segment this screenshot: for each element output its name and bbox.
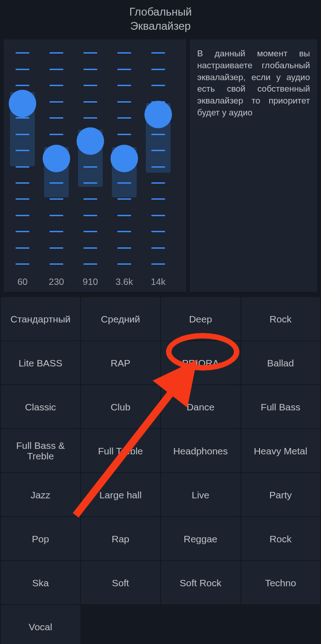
- preset-headphones[interactable]: Headphones: [161, 429, 240, 472]
- preset-rock[interactable]: Rock: [241, 517, 321, 560]
- slider-tick: [117, 85, 131, 86]
- slider-tick: [151, 182, 165, 184]
- slider-tick: [151, 263, 165, 265]
- slider-thumb[interactable]: [77, 127, 104, 155]
- preset-ska[interactable]: Ska: [1, 561, 80, 604]
- slider-tick: [151, 215, 165, 216]
- preset-lite-bass[interactable]: Lite BASS: [1, 341, 80, 384]
- slider-tick: [83, 263, 97, 265]
- slider-tick: [16, 215, 29, 216]
- slider-thumb[interactable]: [43, 145, 70, 172]
- eq-slider-910[interactable]: 910: [76, 49, 105, 287]
- slider-tick: [16, 52, 29, 54]
- preset-priora[interactable]: PRIORA: [161, 341, 240, 384]
- slider-tick: [117, 198, 131, 200]
- slider-tick: [83, 231, 97, 232]
- preset-large-hall[interactable]: Large hall: [81, 473, 160, 516]
- slider-tick: [117, 134, 131, 135]
- slider-tick: [16, 198, 29, 200]
- preset-party[interactable]: Party: [241, 473, 321, 516]
- slider-tick: [83, 69, 97, 70]
- slider-tick: [16, 85, 29, 86]
- slider-tick: [50, 263, 63, 265]
- eq-slider-230[interactable]: 230: [42, 49, 71, 287]
- equalizer-section: 602309103.6k14k В данный момент вы настр…: [0, 37, 321, 295]
- slider-tick: [151, 52, 165, 54]
- eq-slider-14k[interactable]: 14k: [144, 49, 172, 287]
- slider-label: 60: [17, 277, 28, 287]
- slider-track[interactable]: [42, 49, 71, 268]
- preset-soft-rock[interactable]: Soft Rock: [161, 561, 240, 604]
- slider-tick: [16, 247, 29, 249]
- preset-club[interactable]: Club: [81, 385, 160, 428]
- slider-tick: [83, 215, 97, 216]
- preset--[interactable]: Стандартный: [1, 297, 80, 340]
- slider-thumb[interactable]: [111, 145, 138, 172]
- slider-tick: [83, 52, 97, 54]
- slider-tick: [117, 215, 131, 216]
- eq-slider-3.6k[interactable]: 3.6k: [110, 49, 138, 287]
- slider-tick: [16, 263, 29, 265]
- preset-rap[interactable]: Rap: [81, 517, 160, 560]
- preset-full-bass[interactable]: Full Bass: [241, 385, 321, 428]
- slider-track[interactable]: [144, 49, 172, 268]
- title-line-1: Глобальный: [129, 5, 192, 18]
- slider-label: 910: [83, 277, 98, 287]
- slider-tick: [151, 231, 165, 232]
- slider-track[interactable]: [110, 49, 138, 268]
- preset-pop[interactable]: Pop: [1, 517, 80, 560]
- preset-reggae[interactable]: Reggae: [161, 517, 240, 560]
- preset-deep[interactable]: Deep: [161, 297, 240, 340]
- preset-ballad[interactable]: Ballad: [241, 341, 321, 384]
- slider-tick: [50, 231, 63, 232]
- slider-tick: [83, 117, 97, 119]
- slider-tick: [50, 52, 63, 54]
- slider-tick: [117, 117, 131, 119]
- slider-tick: [50, 247, 63, 249]
- slider-track[interactable]: [8, 49, 37, 268]
- slider-tick: [151, 85, 165, 86]
- slider-tick: [50, 101, 63, 103]
- preset-techno[interactable]: Techno: [241, 561, 321, 604]
- info-text: В данный момент вы настраиваете глобальн…: [197, 49, 310, 117]
- preset-jazz[interactable]: Jazz: [1, 473, 80, 516]
- slider-label: 230: [49, 277, 64, 287]
- preset-classic[interactable]: Classic: [1, 385, 80, 428]
- preset-soft[interactable]: Soft: [81, 561, 160, 604]
- slider-tick: [117, 69, 131, 70]
- preset-vocal[interactable]: Vocal: [1, 605, 80, 644]
- slider-tick: [83, 198, 97, 200]
- preset-live[interactable]: Live: [161, 473, 240, 516]
- eq-slider-60[interactable]: 60: [8, 49, 37, 287]
- slider-tick: [117, 247, 131, 249]
- slider-tick: [50, 215, 63, 216]
- slider-label: 14k: [151, 277, 166, 287]
- slider-thumb[interactable]: [9, 90, 36, 117]
- preset-dance[interactable]: Dance: [161, 385, 240, 428]
- slider-tick: [83, 101, 97, 103]
- title-line-2: Эквалайзер: [130, 20, 191, 32]
- slider-thumb[interactable]: [144, 101, 172, 128]
- slider-tick: [83, 85, 97, 86]
- slider-tick: [117, 231, 131, 232]
- slider-label: 3.6k: [116, 277, 133, 287]
- slider-track[interactable]: [76, 49, 105, 268]
- info-panel: В данный момент вы настраиваете глобальн…: [190, 39, 317, 292]
- preset-full-treble[interactable]: Full Treble: [81, 429, 160, 472]
- slider-tick: [151, 247, 165, 249]
- presets-grid: СтандартныйСреднийDeepRockLite BASSRAPPR…: [0, 297, 321, 644]
- preset-full-bass-treble[interactable]: Full Bass & Treble: [1, 429, 80, 472]
- slider-tick: [50, 198, 63, 200]
- slider-tick: [151, 198, 165, 200]
- slider-tick: [117, 263, 131, 265]
- preset-rap[interactable]: RAP: [81, 341, 160, 384]
- page-title: Глобальный Эквалайзер: [0, 0, 321, 37]
- preset-rock[interactable]: Rock: [241, 297, 321, 340]
- slider-tick: [50, 134, 63, 135]
- slider-tick: [50, 85, 63, 86]
- preset--[interactable]: Средний: [81, 297, 160, 340]
- slider-tick: [50, 69, 63, 70]
- preset-heavy-metal[interactable]: Heavy Metal: [241, 429, 321, 472]
- slider-tick: [83, 247, 97, 249]
- slider-tick: [16, 182, 29, 184]
